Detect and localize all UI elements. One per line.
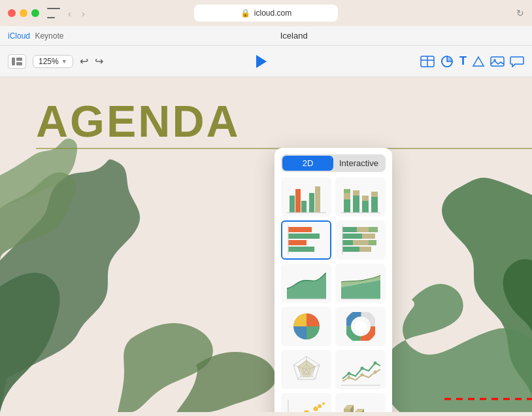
back-button[interactable]: ‹ — [65, 7, 74, 20]
comment-icon-button[interactable] — [510, 56, 524, 67]
svg-rect-38 — [342, 247, 359, 252]
insert-toolbar: T — [420, 54, 524, 68]
area-icon — [287, 269, 326, 300]
maximize-button[interactable] — [31, 9, 39, 17]
chart-item-donut[interactable] — [335, 307, 386, 346]
svg-rect-1 — [16, 58, 22, 61]
svg-rect-36 — [353, 240, 369, 245]
svg-rect-33 — [342, 234, 362, 239]
undo-button[interactable]: ↩ — [80, 55, 88, 67]
svg-rect-28 — [288, 247, 314, 252]
lock-icon: 🔒 — [241, 9, 250, 18]
scatter-icon — [287, 398, 326, 412]
svg-rect-12 — [309, 193, 314, 213]
svg-rect-23 — [371, 192, 378, 197]
chart-type-popup: 2D Interactive — [274, 148, 392, 412]
tab-2d[interactable]: 2D — [282, 156, 333, 171]
svg-point-72 — [322, 402, 325, 405]
app-brand: iCloud Keynote — [8, 31, 63, 41]
charts-grid — [281, 177, 386, 412]
text-icon-button[interactable]: T — [459, 54, 467, 68]
svg-rect-7 — [491, 57, 504, 66]
url-text: icloud.com — [254, 9, 291, 18]
slide-title: AGENDA — [36, 95, 532, 149]
svg-point-59 — [360, 367, 363, 370]
chart-item-area-stacked[interactable] — [335, 264, 386, 303]
chart-item-scatter[interactable] — [281, 393, 331, 412]
address-bar[interactable]: 🔒 icloud.com — [194, 5, 338, 22]
svg-rect-31 — [357, 227, 369, 232]
chart-icon-button[interactable] — [440, 56, 454, 67]
pie-icon — [292, 312, 321, 341]
redo-button[interactable]: ↪ — [95, 55, 103, 67]
chart-item-area[interactable] — [281, 264, 331, 303]
svg-point-48 — [355, 321, 367, 332]
slides-panel-toggle[interactable] — [8, 54, 26, 69]
svg-rect-26 — [288, 234, 320, 239]
chart-tabs: 2D Interactive — [281, 154, 386, 172]
tab-interactive[interactable]: Interactive — [333, 156, 384, 171]
app-menu-bar: iCloud Keynote Iceland — [0, 26, 532, 46]
minimize-button[interactable] — [20, 9, 27, 17]
chart-item-line[interactable] — [335, 350, 386, 389]
svg-rect-25 — [288, 227, 312, 232]
sidebar-toggle-icon[interactable] — [47, 8, 60, 18]
svg-rect-34 — [362, 234, 375, 239]
svg-point-63 — [373, 371, 376, 374]
svg-rect-15 — [344, 199, 350, 213]
shape-icon — [472, 56, 485, 67]
svg-rect-17 — [344, 189, 350, 193]
shape-icon-button[interactable] — [472, 56, 485, 67]
svg-rect-32 — [369, 227, 378, 232]
svg-rect-18 — [353, 196, 359, 213]
forward-button[interactable]: › — [79, 7, 88, 20]
chart-item-3d-bar[interactable] — [335, 393, 386, 412]
svg-point-58 — [347, 372, 350, 375]
slide-canvas: AGENDA 2D Interactive — [0, 77, 532, 412]
reload-button[interactable]: ↻ — [516, 8, 524, 18]
svg-rect-0 — [12, 58, 15, 65]
chart-icon — [440, 56, 454, 67]
svg-rect-75 — [344, 409, 350, 412]
zoom-value: 125% — [39, 57, 59, 66]
chart-item-bar-horizontal[interactable] — [281, 220, 331, 260]
svg-point-70 — [313, 407, 318, 411]
comment-icon — [510, 56, 524, 67]
svg-rect-9 — [290, 196, 295, 213]
agenda-text: AGENDA — [36, 95, 532, 147]
svg-rect-39 — [359, 247, 371, 252]
chart-item-bar-clustered[interactable] — [281, 177, 331, 217]
svg-point-62 — [360, 373, 363, 377]
play-button[interactable] — [256, 55, 267, 68]
radar-icon — [290, 353, 323, 386]
svg-rect-19 — [353, 190, 359, 196]
chart-item-pie[interactable] — [281, 307, 331, 346]
svg-point-68 — [304, 410, 309, 412]
svg-rect-10 — [295, 189, 301, 213]
zoom-control[interactable]: 125% ▼ — [33, 55, 73, 68]
image-icon — [490, 56, 505, 67]
svg-rect-13 — [315, 186, 320, 213]
traffic-lights — [8, 9, 39, 17]
browser-chrome: ‹ › 🔒 icloud.com ↻ — [0, 0, 532, 26]
chart-item-bar-stacked[interactable] — [335, 177, 386, 217]
svg-point-71 — [318, 404, 322, 408]
svg-rect-16 — [344, 193, 350, 199]
title-bar: ‹ › 🔒 icloud.com ↻ — [0, 0, 532, 26]
table-icon — [420, 56, 435, 67]
image-icon-button[interactable] — [490, 56, 505, 67]
svg-rect-11 — [301, 201, 307, 213]
svg-rect-2 — [16, 62, 22, 65]
slides-panel-icon — [12, 58, 22, 65]
table-icon-button[interactable] — [420, 56, 435, 67]
close-button[interactable] — [8, 9, 16, 17]
doc-title: Iceland — [63, 31, 524, 41]
line-icon — [341, 355, 380, 387]
svg-rect-35 — [342, 240, 353, 245]
chart-item-radar[interactable] — [281, 350, 331, 389]
bar-horizontal-icon — [287, 224, 326, 256]
chart-item-bar-horizontal-stacked[interactable] — [335, 220, 386, 260]
svg-rect-20 — [362, 201, 369, 213]
svg-point-60 — [373, 362, 376, 365]
donut-icon — [346, 312, 375, 341]
